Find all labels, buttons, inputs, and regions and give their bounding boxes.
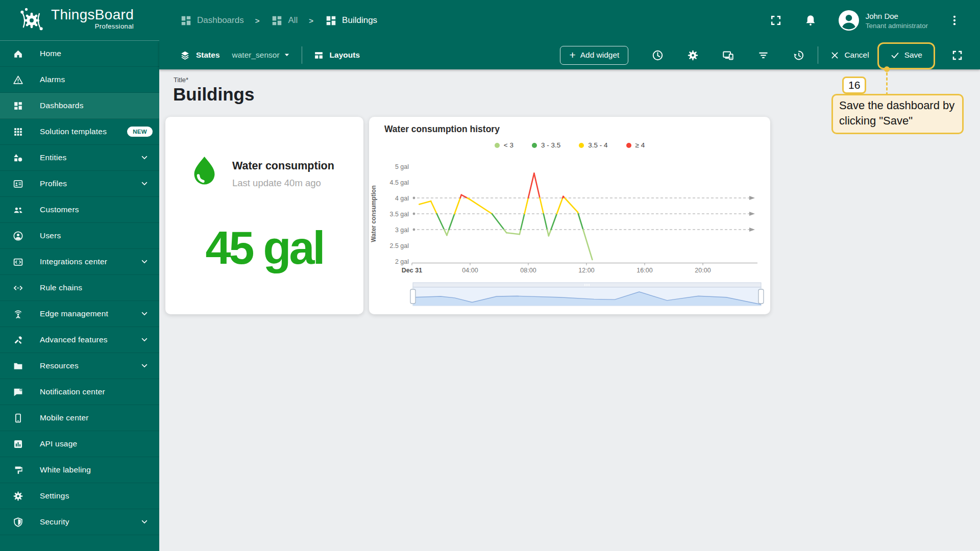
rulechain-icon <box>13 283 23 293</box>
sidebar-item-label: Home <box>40 49 61 58</box>
state-select[interactable]: water_sensor <box>232 51 280 60</box>
sidebar-item-label: White labeling <box>40 465 91 474</box>
sidebar-header-divider <box>0 40 159 41</box>
sidebar-item-users[interactable]: Users <box>0 223 159 249</box>
sidebar-item-label: Profiles <box>40 179 67 188</box>
sidebar-item-profiles[interactable]: Profiles <box>0 171 159 197</box>
sidebar-item-api-usage[interactable]: API usage <box>0 431 159 457</box>
water-consumption-value: 45 gal <box>165 222 363 274</box>
header-actions: John Doe Tenant administrator <box>769 0 980 41</box>
sidebar-item-solution-templates[interactable]: Solution templatesNEW <box>0 119 159 145</box>
svg-text:Dec 31: Dec 31 <box>402 267 422 274</box>
sidebar-item-label: Users <box>40 231 61 240</box>
sidebar-item-settings[interactable]: Settings <box>0 483 159 509</box>
save-button[interactable]: Save <box>891 51 922 60</box>
svg-text:3 gal: 3 gal <box>395 227 409 234</box>
states-layers-icon <box>180 50 190 61</box>
entities-icon <box>13 153 23 163</box>
breadcrumb-item-all[interactable]: All <box>271 14 298 27</box>
sidebar-item-mobile-center[interactable]: Mobile center <box>0 405 159 431</box>
user-role: Tenant administrator <box>866 22 928 30</box>
sidebar-item-notification-center[interactable]: Notification center <box>0 379 159 405</box>
sidebar-item-dashboards[interactable]: Dashboards <box>0 93 159 119</box>
layouts-button[interactable]: Layouts <box>330 51 360 60</box>
svg-text:4.5 gal: 4.5 gal <box>389 179 409 186</box>
add-widget-button[interactable]: + Add widget <box>560 46 628 65</box>
sidebar-item-label: Edge management <box>40 309 108 318</box>
folder-icon <box>13 361 23 371</box>
sidebar-item-white-labeling[interactable]: White labeling <box>0 457 159 483</box>
breadcrumb-label: Dashboards <box>197 15 244 26</box>
application-window: ThingsBoard Professional Dashboards>All>… <box>0 0 980 551</box>
notifications-bell-icon[interactable] <box>804 14 817 27</box>
sidebar-item-label: API usage <box>40 439 77 448</box>
sidebar-item-integrations-center[interactable]: Integrations center <box>0 249 159 275</box>
sidebar-item-security[interactable]: Security <box>0 509 159 535</box>
chart-canvas[interactable]: 2 gal2.5 gal3 gal3.5 gal4 gal4.5 gal5 ga… <box>369 117 770 314</box>
new-badge: NEW <box>127 127 153 137</box>
add-widget-label: Add widget <box>580 51 620 60</box>
shield-icon <box>13 517 23 528</box>
dashboards-grid-icon <box>271 14 283 27</box>
breadcrumb-label: Buildings <box>342 15 377 26</box>
main-content: Title* Buildings Water consumption Last … <box>159 69 980 551</box>
brand-name: ThingsBoard <box>51 5 134 24</box>
sidebar-item-edge-management[interactable]: Edge management <box>0 301 159 327</box>
gear-icon <box>13 491 23 502</box>
sidebar-item-customers[interactable]: Customers <box>0 197 159 223</box>
notification-icon <box>13 387 23 397</box>
brand-block: ThingsBoard Professional <box>51 5 134 30</box>
sidebar-item-label: Notification center <box>40 387 105 396</box>
user-name: John Doe <box>866 12 928 20</box>
user-menu[interactable]: John Doe Tenant administrator <box>866 12 928 30</box>
save-label: Save <box>904 51 922 60</box>
sidebar-item-label: Settings <box>40 491 69 500</box>
sidebar-item-label: Rule chains <box>40 283 82 292</box>
top-header: ThingsBoard Professional Dashboards>All>… <box>0 0 980 41</box>
sidebar-item-entities[interactable]: Entities <box>0 145 159 171</box>
dashboard-toolbar: States water_sensor Layouts + Add widget… <box>159 41 980 69</box>
expand-dashboard-icon[interactable] <box>951 49 964 62</box>
dashboards-icon <box>13 101 23 111</box>
time-window-icon[interactable] <box>652 49 664 61</box>
svg-text:2.5 gal: 2.5 gal <box>389 242 409 249</box>
svg-text:12:00: 12:00 <box>578 267 594 274</box>
sidebar-item-label: Dashboards <box>40 101 84 110</box>
sidebar-item-home[interactable]: Home <box>0 41 159 67</box>
breadcrumb-item-dashboards[interactable]: Dashboards <box>180 14 244 27</box>
svg-text:3.5 gal: 3.5 gal <box>389 211 409 218</box>
chevron-down-icon <box>140 518 149 526</box>
manage-layouts-icon[interactable] <box>722 49 734 61</box>
breadcrumb-item-buildings[interactable]: Buildings <box>325 14 377 27</box>
cancel-label: Cancel <box>844 51 869 60</box>
cancel-button[interactable]: Cancel <box>830 51 869 60</box>
widget-titles: Water consumption Last update 40m ago <box>232 156 334 193</box>
version-history-icon[interactable] <box>793 49 804 61</box>
thingsboard-logo[interactable]: ThingsBoard Professional <box>17 5 134 35</box>
home-icon <box>13 48 23 59</box>
integration-icon <box>13 257 23 267</box>
sidebar-item-advanced-features[interactable]: Advanced features <box>0 327 159 353</box>
avatar[interactable] <box>839 10 859 31</box>
tools-icon <box>13 335 23 345</box>
chevron-down-icon <box>140 310 149 318</box>
svg-text:16:00: 16:00 <box>636 267 652 274</box>
sidebar-item-label: Mobile center <box>40 413 89 422</box>
kebab-menu-icon[interactable] <box>948 14 961 27</box>
fullscreen-icon[interactable] <box>769 14 782 27</box>
chevron-down-icon <box>140 154 149 162</box>
sidebar-item-rule-chains[interactable]: Rule chains <box>0 275 159 301</box>
title-field-label: Title* <box>174 76 188 84</box>
sidebar-item-alarms[interactable]: Alarms <box>0 67 159 93</box>
warning-icon <box>13 74 23 85</box>
dashboard-settings-icon[interactable] <box>687 49 699 61</box>
entity-filter-icon[interactable] <box>757 49 769 61</box>
sidebar-item-resources[interactable]: Resources <box>0 353 159 379</box>
check-icon <box>891 51 899 60</box>
chevron-down-icon <box>140 258 149 266</box>
sidebar-item-label: Advanced features <box>40 335 108 344</box>
toolbar-left: States water_sensor Layouts <box>180 41 360 69</box>
sidebar-item-label: Security <box>40 517 69 527</box>
chevron-down-icon[interactable] <box>283 52 290 59</box>
widget-header: Water consumption Last update 40m ago <box>190 156 334 193</box>
